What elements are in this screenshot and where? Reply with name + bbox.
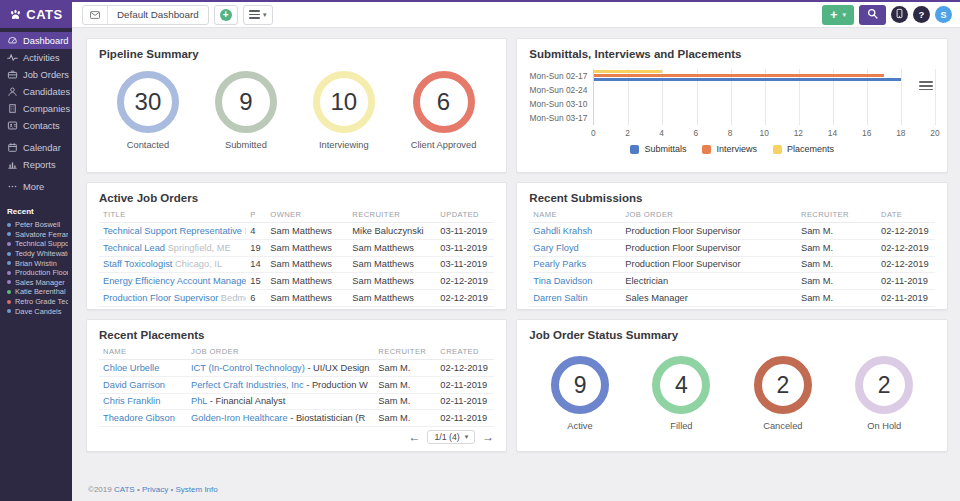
recent-item[interactable]: Sales Manager bbox=[7, 278, 68, 288]
recruiter-name: Sam Matthews bbox=[352, 293, 413, 303]
recent-item-label: Retro Grade Techn... bbox=[15, 297, 68, 306]
company-link[interactable]: ICT (In-Control Technology) bbox=[191, 363, 305, 373]
y-category-label: Mon-Sun 03-10 bbox=[529, 97, 593, 111]
pipeline-stats: 30Contacted9Submitted10Interviewing6Clie… bbox=[99, 71, 494, 150]
recent-list: Peter BoswellSalvatore FerraroTechnical … bbox=[7, 220, 68, 316]
job-order-name: Production Floor Supervisor bbox=[625, 226, 740, 236]
sidebar-item-more[interactable]: More bbox=[0, 178, 72, 195]
recent-title: Recent bbox=[7, 207, 68, 216]
column-header-name[interactable]: Name bbox=[529, 207, 621, 223]
column-header-date[interactable]: Date bbox=[877, 207, 935, 223]
candidate-link[interactable]: Gary Floyd bbox=[533, 243, 578, 253]
dashboard-selector[interactable]: Default Dashboard bbox=[82, 5, 209, 25]
record-type-dot bbox=[7, 261, 11, 265]
company-link[interactable]: Golden-Iron Healthcare bbox=[191, 413, 288, 423]
stat-circle: 6 bbox=[413, 71, 475, 133]
next-page-button[interactable]: → bbox=[482, 430, 494, 444]
recruiter-name: Sam M. bbox=[801, 243, 833, 253]
candidate-link[interactable]: Gahdli Krahsh bbox=[533, 226, 592, 236]
add-dashboard-button[interactable]: + bbox=[214, 5, 238, 25]
job-order-link[interactable]: Production Floor Supervisor bbox=[103, 293, 218, 303]
legend-item-submittals[interactable]: Submittals bbox=[630, 144, 686, 154]
gridline bbox=[935, 69, 936, 125]
chevron-down-icon: ▾ bbox=[263, 11, 267, 19]
stat-circle: 2 bbox=[855, 356, 913, 414]
footer-link-privacy[interactable]: Privacy bbox=[142, 485, 168, 494]
quick-add-button[interactable]: + ▾ bbox=[822, 5, 854, 25]
company-link[interactable]: Perfect Craft Industries, Inc bbox=[191, 380, 304, 390]
candidate-link[interactable]: Pearly Parks bbox=[533, 259, 586, 269]
recent-item[interactable]: Peter Boswell bbox=[7, 220, 68, 230]
column-header-recruiter[interactable]: Recruiter bbox=[348, 207, 436, 223]
panel-submittals-chart: Submittals, Interviews and Placements Mo… bbox=[516, 38, 948, 173]
job-order-location: Bedmont Park, C bbox=[221, 293, 247, 303]
column-header-updated[interactable]: Updated bbox=[436, 207, 494, 223]
sidebar-item-dashboard[interactable]: Dashboard bbox=[0, 32, 72, 49]
sidebar-item-companies[interactable]: Companies bbox=[0, 100, 72, 117]
stat-circle: 30 bbox=[117, 71, 179, 133]
sidebar-item-reports[interactable]: Reports bbox=[0, 156, 72, 173]
panel-title: Active Job Orders bbox=[99, 191, 494, 205]
updated-date: 03-11-2019 bbox=[440, 243, 487, 253]
sidebar-item-contacts[interactable]: Contacts bbox=[0, 117, 72, 134]
job-order-link[interactable]: Staff Toxicologist bbox=[103, 259, 172, 269]
job-order-link[interactable]: Energy Efficiency Account Manager bbox=[103, 276, 246, 286]
column-header-recruiter[interactable]: Recruiter bbox=[797, 207, 877, 223]
dashboard-options-button[interactable]: ▾ bbox=[243, 5, 273, 25]
recent-item[interactable]: Katie Berenthal bbox=[7, 287, 68, 297]
stat-label: Client Approved bbox=[411, 140, 477, 150]
recent-item[interactable]: Dave Candels bbox=[7, 306, 68, 316]
candidate-link[interactable]: Chris Franklin bbox=[103, 396, 160, 406]
user-avatar[interactable]: S bbox=[935, 6, 952, 23]
recent-item[interactable]: Retro Grade Techn... bbox=[7, 297, 68, 307]
recent-item[interactable]: Production Floor ... bbox=[7, 268, 68, 278]
logo[interactable]: CATS bbox=[0, 0, 72, 28]
prev-page-button[interactable]: ← bbox=[408, 430, 420, 444]
sidebar-item-label: Companies bbox=[23, 104, 70, 114]
sidebar-item-calendar[interactable]: Calendar bbox=[0, 139, 72, 156]
candidate-link[interactable]: David Garrison bbox=[103, 380, 165, 390]
job-order-link[interactable]: Technical Lead bbox=[103, 243, 165, 253]
candidate-link[interactable]: Darren Saltin bbox=[533, 293, 587, 303]
footer-link-cats[interactable]: CATS bbox=[114, 485, 135, 494]
sidebar-item-job-orders[interactable]: Job Orders bbox=[0, 66, 72, 83]
sidebar-item-candidates[interactable]: Candidates bbox=[0, 83, 72, 100]
column-header-job-order[interactable]: Job Order bbox=[621, 207, 797, 223]
candidate-link[interactable]: Theadore Gibson bbox=[103, 413, 175, 423]
column-header-owner[interactable]: Owner bbox=[266, 207, 348, 223]
stat-interviewing: 10Interviewing bbox=[313, 71, 375, 150]
column-header-recruiter[interactable]: Recruiter bbox=[374, 344, 436, 360]
column-header-created[interactable]: Created bbox=[436, 344, 494, 360]
recent-item[interactable]: Teddy Whitewater bbox=[7, 249, 68, 259]
search-button[interactable] bbox=[859, 5, 886, 25]
candidate-link[interactable]: Tina Davidson bbox=[533, 276, 592, 286]
recent-item[interactable]: Salvatore Ferraro bbox=[7, 230, 68, 240]
menu-icon bbox=[249, 10, 260, 19]
legend-item-placements[interactable]: Placements bbox=[773, 144, 834, 154]
column-header-title[interactable]: Title bbox=[99, 207, 246, 223]
recent-item[interactable]: Brian Wristin bbox=[7, 258, 68, 268]
owner-name: Sam Matthews bbox=[270, 293, 331, 303]
recruiter-name: Sam Matthews bbox=[352, 243, 413, 253]
recent-item[interactable]: Technical Support... bbox=[7, 239, 68, 249]
table-row: Energy Efficiency Account Manager Palo A… bbox=[99, 273, 494, 290]
column-header-p[interactable]: P bbox=[246, 207, 266, 223]
job-order-location: Minneapoli bbox=[245, 226, 247, 236]
footer-link-system-info[interactable]: System Info bbox=[175, 485, 217, 494]
candidate-link[interactable]: Chloe Urbelle bbox=[103, 363, 159, 373]
company-link[interactable]: PhL bbox=[191, 396, 207, 406]
column-header-name[interactable]: Name bbox=[99, 344, 187, 360]
dashboard-icon bbox=[83, 6, 108, 24]
pipeline-count: 19 bbox=[250, 243, 260, 253]
legend-swatch bbox=[630, 145, 639, 154]
column-header-job-order[interactable]: Job Order bbox=[187, 344, 374, 360]
job-order-link[interactable]: Technical Support Representative bbox=[103, 226, 242, 236]
page-select[interactable]: 1/1 (4) ▾ bbox=[427, 430, 475, 444]
legend-item-interviews[interactable]: Interviews bbox=[702, 144, 757, 154]
sidebar-item-activities[interactable]: Activities bbox=[0, 49, 72, 66]
chart-context-menu-button[interactable] bbox=[919, 81, 933, 90]
support-button[interactable] bbox=[891, 6, 908, 23]
sidebar-item-label: Activities bbox=[23, 53, 60, 63]
help-button[interactable]: ? bbox=[913, 6, 930, 23]
pagination: ← 1/1 (4) ▾ → bbox=[99, 430, 494, 444]
